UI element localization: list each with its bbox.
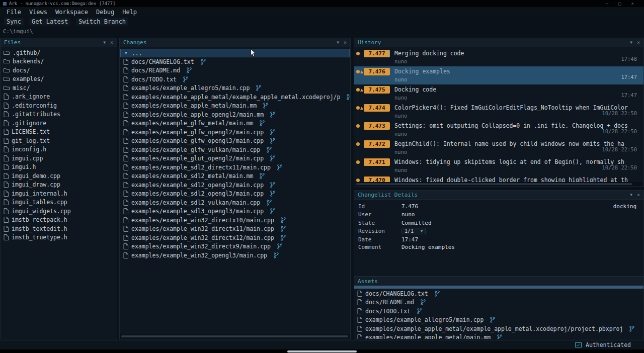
- asset-row[interactable]: examples/example_apple_metal/main.mm: [354, 333, 643, 339]
- changed-file-row[interactable]: examples/example_glfw_metal/main.mm: [120, 119, 350, 128]
- changed-file-row[interactable]: examples/example_apple_metal/example_app…: [120, 93, 350, 102]
- filter-icon[interactable]: ▼: [337, 40, 339, 45]
- filter-icon[interactable]: ▼: [630, 40, 632, 45]
- menu-file[interactable]: File: [3, 9, 25, 16]
- changeset-badge[interactable]: 7.473: [364, 122, 390, 130]
- asset-row[interactable]: docs/CHANGELOG.txt: [354, 289, 643, 298]
- file-tree-item[interactable]: LICENSE.txt: [1, 128, 117, 137]
- changed-file-row[interactable]: examples/example_apple_opengl2/main.mm: [120, 110, 350, 119]
- changed-file-row[interactable]: examples/example_win32_directx12/main.cp…: [120, 233, 350, 242]
- close-panel-icon[interactable]: ×: [637, 40, 640, 45]
- changed-file-row[interactable]: examples/example_win32_opengl3/main.cpp: [120, 251, 350, 260]
- scrollbar-thumb[interactable]: [121, 335, 348, 337]
- changeset-badge[interactable]: 7.474: [364, 104, 390, 112]
- close-icon[interactable]: ×: [631, 1, 634, 6]
- file-tree-item[interactable]: imgui.h: [1, 163, 117, 172]
- changeset-badge[interactable]: 7.477: [364, 50, 390, 57]
- changed-file-row[interactable]: examples/example_sdl3_opengl3/main.cpp: [120, 207, 350, 216]
- asset-row[interactable]: examples/example_allegro5/main.cpp: [354, 316, 643, 325]
- file-tree-item[interactable]: imgui_internal.h: [1, 189, 117, 198]
- file-tree-item[interactable]: git_log.txt: [1, 136, 117, 145]
- file-tree-item[interactable]: misc/: [1, 83, 117, 93]
- changed-file-row[interactable]: examples/example_apple_metal/main.mm: [120, 102, 350, 111]
- changeset-badge[interactable]: 7.476: [364, 68, 390, 75]
- history-hscrollbar[interactable]: [355, 182, 643, 186]
- branch-icon: [270, 138, 275, 144]
- changeset-row[interactable]: 7.477Merging docking codenuno17:48: [354, 48, 643, 66]
- revision-combo[interactable]: 1/1▼: [401, 228, 426, 234]
- changeset-badge[interactable]: 7.471: [364, 158, 390, 166]
- file-tree-item[interactable]: .gitattributes: [1, 110, 117, 119]
- changed-file-name: examples/example_sdl2_vulkan/main.cpp: [131, 199, 260, 206]
- changes-hscrollbar[interactable]: [120, 334, 350, 338]
- changed-file-row[interactable]: examples/example_sdl2_metal/main.mm: [120, 172, 350, 181]
- file-tree-item[interactable]: imgui_demo.cpp: [1, 171, 117, 181]
- asset-row[interactable]: examples/example_apple_metal/example_app…: [354, 324, 643, 333]
- menu-views[interactable]: Views: [26, 9, 51, 16]
- changed-file-name: examples/example_win32_directx11/main.cp…: [131, 225, 274, 232]
- changed-file-row[interactable]: examples/example_sdl2_vulkan/main.cpp: [120, 198, 350, 207]
- file-tree-item[interactable]: examples/: [1, 75, 117, 84]
- file-tree-item[interactable]: imconfig.h: [1, 145, 117, 154]
- file-tree-item[interactable]: imgui_tables.cpp: [1, 198, 117, 207]
- file-tree-item[interactable]: docs/: [1, 66, 117, 75]
- changeset-badge[interactable]: 7.475: [364, 86, 390, 94]
- switch-branch-button[interactable]: Switch Branch: [76, 18, 128, 26]
- menu-help[interactable]: Help: [119, 9, 140, 16]
- file-tree-item[interactable]: .github/: [1, 48, 117, 57]
- changed-file-row[interactable]: examples/example_win32_directx11/main.cp…: [120, 225, 350, 234]
- asset-row[interactable]: docs/README.md: [354, 298, 643, 307]
- file-tree-item[interactable]: imstb_textedit.h: [1, 224, 117, 233]
- file-icon: [123, 235, 128, 241]
- changeset-row[interactable]: 7.475Docking codenuno17:47: [354, 84, 643, 103]
- close-panel-icon[interactable]: ×: [637, 192, 640, 198]
- file-tree-item[interactable]: imstb_rectpack.h: [1, 216, 117, 225]
- changed-file-name: examples/example_sdl2_directx11/main.cpp: [131, 164, 271, 171]
- asset-row[interactable]: docs/TODO.txt: [354, 307, 643, 316]
- changeset-row[interactable]: 7.473Settings: omit outputing Collapsed=…: [354, 121, 643, 139]
- filter-icon[interactable]: ▼: [630, 193, 632, 197]
- changed-file-row[interactable]: examples/example_glut_opengl2/main.cpp: [120, 154, 350, 163]
- changed-file-row[interactable]: examples/example_sdl2_opengl3/main.cpp: [120, 190, 350, 199]
- changed-file-row[interactable]: examples/example_win32_directx9/main.cpp: [120, 242, 350, 251]
- changed-file-row[interactable]: docs/CHANGELOG.txt: [120, 57, 350, 66]
- changed-file-row[interactable]: examples/example_win32_directx10/main.cp…: [120, 216, 350, 225]
- changeset-row[interactable]: 7.474ColorPicker4(): Fixed ImGuiColorEdi…: [354, 103, 643, 121]
- close-panel-icon[interactable]: ×: [344, 40, 347, 45]
- changed-file-row[interactable]: examples/example_glfw_vulkan/main.cpp: [120, 145, 350, 154]
- menu-workspace[interactable]: Workspace: [52, 9, 92, 16]
- changeset-row[interactable]: 7.471Windows: tidying up skipitems logic…: [354, 157, 643, 175]
- file-tree-item[interactable]: imgui.cpp: [1, 154, 117, 163]
- changed-file-row[interactable]: examples/example_sdl2_opengl2/main.cpp: [120, 181, 350, 190]
- changed-file-row[interactable]: docs/TODO.txt: [120, 75, 350, 84]
- changed-file-row[interactable]: examples/example_sdl2_directx11/main.cpp: [120, 163, 350, 172]
- changeset-row[interactable]: 7.472BeginChild(): Internal name used by…: [354, 139, 643, 157]
- file-icon: [4, 138, 9, 144]
- maximize-icon[interactable]: □: [618, 1, 621, 6]
- changeset-row[interactable]: 7.476Docking examplesnuno17:47: [354, 66, 643, 84]
- changeset-badge[interactable]: 7.472: [364, 140, 390, 148]
- changed-file-row[interactable]: docs/README.md: [120, 66, 350, 75]
- file-tree-item[interactable]: imstb_truetype.h: [1, 233, 117, 242]
- get-latest-button[interactable]: Get Latest: [29, 18, 70, 26]
- minimize-icon[interactable]: –: [606, 1, 608, 6]
- changed-file-row[interactable]: examples/example_allegro5/main.cpp: [120, 84, 350, 93]
- file-tree-item[interactable]: .ark_ignore: [1, 93, 117, 102]
- sync-button[interactable]: Sync: [4, 18, 24, 26]
- file-tree-item[interactable]: backends/: [1, 57, 117, 66]
- changeset-row[interactable]: 7.470Windows: fixed double-clicked borde…: [354, 175, 643, 183]
- expander-icon[interactable]: ▼: [125, 51, 127, 55]
- branch-icon: [281, 226, 286, 232]
- scrollbar-thumb[interactable]: [356, 183, 632, 185]
- file-tree-item[interactable]: .editorconfig: [1, 101, 117, 110]
- changes-root-row[interactable]: ▼ ...: [120, 49, 350, 57]
- close-panel-icon[interactable]: ×: [110, 40, 113, 45]
- file-tree-item[interactable]: imgui_draw.cpp: [1, 181, 117, 190]
- menu-debug[interactable]: Debug: [93, 9, 118, 16]
- changed-file-row[interactable]: examples/example_glfw_opengl2/main.cpp: [120, 128, 350, 137]
- file-tree-item[interactable]: imgui_widgets.cpp: [1, 207, 117, 216]
- filter-icon[interactable]: ▼: [103, 40, 106, 45]
- file-tree-item[interactable]: .gitignore: [1, 119, 117, 128]
- file-icon: [357, 308, 362, 314]
- changed-file-row[interactable]: examples/example_glfw_opengl3/main.cpp: [120, 137, 350, 146]
